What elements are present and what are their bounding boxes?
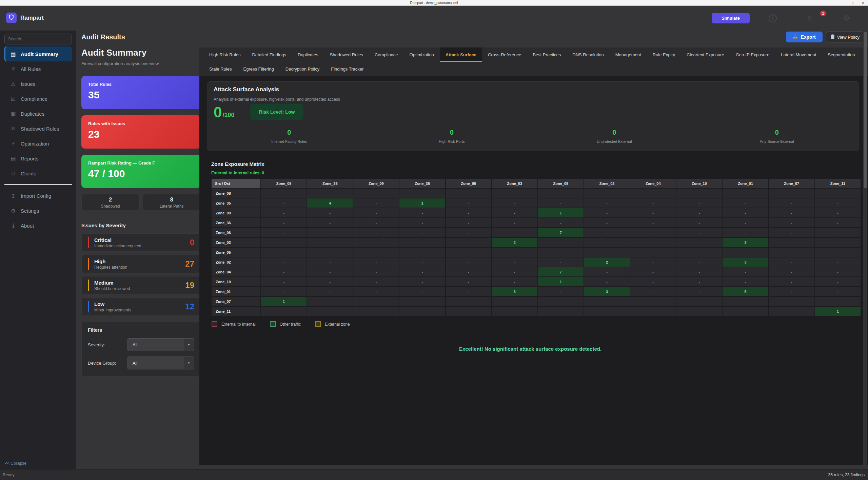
simulate-button[interactable]: Simulate [712, 13, 750, 23]
matrix-row-header: Zone_01 [212, 287, 260, 296]
matrix-cell-empty: - [261, 267, 307, 276]
tab-cross-reference[interactable]: Cross-Reference [482, 47, 527, 62]
sidebar-item-import-config[interactable]: ↥Import Config [4, 188, 72, 203]
matrix-row-zone-35: Zone_35-4-1--------- [212, 198, 861, 208]
matrix-row-zone-01: Zone_01-----3-3--5-- [212, 287, 861, 296]
tab-lateral-movement[interactable]: Lateral Movement [775, 47, 822, 62]
tab-decryption-policy[interactable]: Decryption Policy [280, 62, 325, 76]
collapse-sidebar-link[interactable]: << Collapse [5, 461, 26, 466]
severity-card-low[interactable]: Low Minor improvements 12 [81, 297, 201, 316]
sidebar-item-label: Optimization [21, 141, 49, 147]
matrix-cell-empty: - [261, 257, 307, 267]
header-icons: ? ⚙ [767, 13, 852, 24]
matrix-cell-empty: - [676, 277, 722, 286]
matrix-col-header-zone-05: Zone_05 [538, 179, 584, 188]
matrix-cell-empty: - [769, 248, 814, 257]
sidebar-item-clients[interactable]: ☺Clients [4, 166, 72, 181]
sidebar-item-shadowed-rules[interactable]: ≋Shadowed Rules [4, 121, 72, 136]
matrix-cell-empty: - [630, 189, 676, 198]
matrix-cell-empty: - [538, 287, 584, 296]
tab-stale-rules[interactable]: Stale Rules [203, 62, 237, 76]
tab-detailed-findings[interactable]: Detailed Findings [246, 47, 292, 62]
tab-attack-surface[interactable]: Attack Surface [440, 47, 482, 62]
matrix-cell-empty: - [446, 297, 491, 306]
metric-label: Internet-Facing Rules [208, 139, 371, 143]
minimize-button[interactable]: – [842, 0, 844, 5]
sidebar-item-settings[interactable]: ⚙Settings [4, 203, 72, 218]
tab-segmentation[interactable]: Segmentation [822, 47, 861, 62]
matrix-cell-empty: - [584, 297, 630, 306]
sidebar-item-issues[interactable]: ⚠Issues [4, 76, 72, 91]
tab-duplicates[interactable]: Duplicates [292, 47, 324, 62]
search-input[interactable] [4, 34, 72, 44]
matrix-row-header: Zone_06 [212, 228, 260, 237]
tab-egress-filtering[interactable]: Egress Filtering [237, 62, 279, 76]
matrix-row-header: Zone_04 [212, 267, 260, 276]
matrix-cell-value: 4 [307, 198, 353, 208]
matrix-cell-empty: - [769, 189, 814, 198]
matrix-cell-empty: - [584, 218, 630, 227]
matrix-cell-empty: - [307, 218, 353, 227]
matrix-cell-empty: - [261, 238, 307, 247]
zone-matrix-title: Zone Exposure Matrix [211, 161, 264, 167]
scrollbar-track[interactable] [863, 31, 867, 465]
tab-geo-ip-exposure[interactable]: Geo-IP Exposure [730, 47, 775, 62]
settings-gear-icon[interactable]: ⚙ [841, 13, 852, 24]
matrix-cell-empty: - [723, 307, 768, 316]
matrix-cell-empty: - [676, 208, 722, 217]
matrix-row-zone-05: Zone_05------------- [212, 248, 861, 257]
close-button[interactable]: ✕ [862, 0, 865, 5]
sidebar-item-label: Settings [21, 208, 39, 214]
device-group-filter-select[interactable]: All ▾ [127, 357, 194, 369]
window-title: Rampart - demo_panorama.xml [410, 1, 458, 5]
matrix-row-zone-07: Zone_071------------ [212, 297, 861, 306]
external-to-internal-count: External-to-Internal rules: 0 [211, 171, 264, 175]
sidebar-item-optimization[interactable]: ⚡Optimization [4, 136, 72, 151]
severity-bar [88, 258, 89, 270]
view-policy-button[interactable]: View Policy [826, 32, 864, 42]
matrix-cell-empty: - [676, 218, 722, 227]
export-button[interactable]: Export [786, 32, 822, 42]
tab-management[interactable]: Management [610, 47, 647, 62]
matrix-cell-empty: - [676, 198, 722, 208]
tab-shadowed-rules[interactable]: Shadowed Rules [324, 47, 369, 62]
tab-best-practices[interactable]: Best Practices [527, 47, 567, 62]
tab-rule-expiry[interactable]: Rule Expiry [647, 47, 681, 62]
matrix-cell-empty: - [492, 297, 537, 306]
issues-icon: ⚠ [9, 81, 17, 87]
severity-card-high[interactable]: High Requires attention 27 [81, 255, 201, 273]
matrix-col-header-zone-35: Zone_35 [307, 179, 353, 188]
help-icon[interactable]: ? [767, 13, 778, 24]
maximize-button[interactable]: + [852, 0, 854, 5]
matrix-col-header-zone-07: Zone_07 [769, 179, 814, 188]
scrollbar-thumb[interactable] [864, 32, 867, 188]
matrix-row-header: Zone_36 [212, 218, 260, 227]
bell-icon[interactable] [804, 13, 815, 24]
tab-optimization[interactable]: Optimization [404, 47, 440, 62]
tab-dns-resolution[interactable]: DNS Resolution [567, 47, 610, 62]
matrix-cell-value: 3 [584, 287, 630, 296]
sidebar-item-reports[interactable]: ▤Reports [4, 151, 72, 166]
tab-high-risk-rules[interactable]: High Risk Rules [203, 47, 246, 62]
sidebar-item-compliance[interactable]: ☑Compliance [4, 91, 72, 106]
matrix-cell-empty: - [676, 257, 722, 267]
total-rules-card: Total Rules 35 [81, 76, 201, 109]
severity-filter-select[interactable]: All ▾ [127, 338, 194, 351]
sidebar-item-about[interactable]: ℹAbout [4, 218, 72, 233]
tab-compliance[interactable]: Compliance [369, 47, 404, 62]
matrix-cell-empty: - [538, 307, 584, 316]
sidebar-item-audit-summary[interactable]: ▦Audit Summary [4, 46, 72, 61]
settings-icon: ⚙ [9, 208, 17, 214]
sidebar-item-duplicates[interactable]: ▣Duplicates [4, 106, 72, 121]
severity-bar [88, 280, 89, 291]
tab-row-2: Stale RulesEgress FilteringDecryption Po… [199, 62, 868, 76]
matrix-cell-empty: - [676, 267, 722, 276]
shield-icon [8, 14, 15, 22]
sidebar-item-all-rules[interactable]: ≡All Rules [4, 61, 72, 76]
tab-cleartext-exposure[interactable]: Cleartext Exposure [681, 47, 730, 62]
matrix-cell-value: 1 [261, 297, 307, 306]
matrix-cell-empty: - [353, 287, 399, 296]
tab-findings-tracker[interactable]: Findings Tracker [325, 62, 369, 76]
severity-card-medium[interactable]: Medium Should be reviewed 19 [81, 276, 201, 294]
severity-card-critical[interactable]: Critical Immediate action required 0 [81, 233, 201, 252]
